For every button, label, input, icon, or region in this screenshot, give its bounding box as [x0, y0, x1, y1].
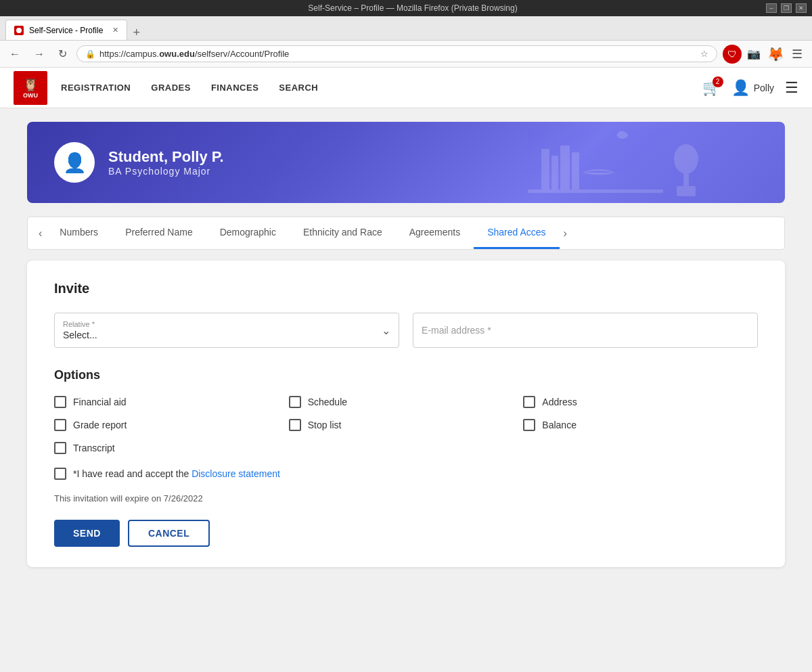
user-name-label: Polly: [754, 83, 774, 93]
tabs-right-arrow[interactable]: ›: [560, 219, 571, 248]
options-row-3: Transcript: [54, 442, 758, 454]
checkbox-grade-report[interactable]: [54, 419, 66, 431]
tab-title: Self-Service - Profile: [29, 26, 103, 35]
email-input[interactable]: [413, 313, 758, 348]
label-grade-report: Grade report: [73, 420, 127, 430]
relative-select[interactable]: Relative * Select... ⌄: [54, 313, 399, 348]
invite-title: Invite: [54, 281, 758, 296]
hamburger-menu-button[interactable]: ☰: [785, 79, 798, 97]
label-transcript: Transcript: [73, 443, 115, 453]
checkbox-schedule[interactable]: [289, 396, 301, 408]
svg-rect-4: [572, 152, 579, 189]
option-address: Address: [523, 396, 758, 408]
tab-shared-access[interactable]: Shared Acces: [474, 217, 559, 249]
close-button[interactable]: ✕: [796, 3, 807, 13]
label-schedule: Schedule: [308, 397, 347, 407]
nav-search[interactable]: SEARCH: [279, 83, 318, 93]
cart-button[interactable]: 🛒 2: [702, 79, 721, 97]
nav-finances[interactable]: FINANCES: [211, 83, 258, 93]
browser-titlebar: Self-Service – Profile — Mozilla Firefox…: [0, 0, 812, 16]
checkbox-transcript[interactable]: [54, 442, 66, 454]
app-logo: 🦉 OWU: [14, 71, 47, 105]
banner-student-major: BA Psychology Major: [108, 166, 224, 177]
cancel-button[interactable]: CANCEL: [128, 520, 210, 547]
tab-ethnicity-race[interactable]: Ethnicity and Race: [290, 217, 396, 249]
back-button[interactable]: ←: [5, 47, 24, 62]
disclosure-row: *I have read and accept the Disclosure s…: [54, 468, 758, 480]
reload-button[interactable]: ↻: [54, 46, 71, 62]
profile-tabs: ‹ Numbers Preferred Name Demographic Eth…: [27, 217, 785, 250]
forward-button[interactable]: →: [30, 47, 49, 62]
svg-rect-5: [528, 189, 663, 193]
options-row-1: Financial aid Schedule Address: [54, 396, 758, 408]
relative-field: Relative * Select... ⌄: [54, 313, 399, 348]
firefox-icon[interactable]: 🦊: [766, 45, 785, 64]
option-grade-report: Grade report: [54, 419, 289, 431]
address-bar[interactable]: 🔒 https://campus.owu.edu/selfserv/Accoun…: [76, 45, 717, 62]
browser-extension-icons: 🛡 📷 🦊 ☰: [723, 45, 807, 64]
options-title: Options: [54, 368, 758, 382]
checkbox-address[interactable]: [523, 396, 535, 408]
tab-agreements[interactable]: Agreements: [396, 217, 474, 249]
label-financial-aid: Financial aid: [73, 397, 127, 407]
checkbox-stop-list[interactable]: [289, 419, 301, 431]
main-nav: REGISTRATION GRADES FINANCES SEARCH: [61, 83, 702, 93]
disclosure-static-text: *I have read and accept the: [73, 468, 189, 479]
tab-close-button[interactable]: ✕: [112, 26, 118, 35]
option-placeholder-1: [289, 442, 524, 454]
restore-button[interactable]: ❐: [781, 3, 792, 13]
option-schedule: Schedule: [289, 396, 524, 408]
banner-info: Student, Polly P. BA Psychology Major: [108, 148, 224, 177]
user-icon: 👤: [731, 79, 750, 97]
tab-preferred-name[interactable]: Preferred Name: [112, 217, 206, 249]
nav-registration[interactable]: REGISTRATION: [61, 83, 131, 93]
option-stop-list: Stop list: [289, 419, 524, 431]
option-balance: Balance: [523, 419, 758, 431]
svg-rect-3: [560, 145, 570, 189]
option-financial-aid: Financial aid: [54, 396, 289, 408]
svg-rect-1: [541, 149, 549, 189]
tab-demographic[interactable]: Demographic: [206, 217, 290, 249]
checkbox-balance[interactable]: [523, 419, 535, 431]
action-buttons: SEND CANCEL: [54, 520, 758, 547]
active-tab[interactable]: Self-Service - Profile ✕: [5, 20, 127, 40]
email-field: [413, 313, 758, 348]
banner-student-name: Student, Polly P.: [108, 148, 224, 166]
page-content: 👤 Student, Polly P. BA Psychology Major: [0, 108, 812, 581]
expiry-text: This invitation will expire on 7/26/2022: [54, 493, 758, 503]
logo-text: OWU: [23, 92, 38, 99]
disclosure-link[interactable]: Disclosure statement: [191, 468, 280, 479]
app-header: 🦉 OWU REGISTRATION GRADES FINANCES SEARC…: [0, 68, 812, 108]
shield-icon[interactable]: 🛡: [723, 45, 742, 64]
header-right: 🛒 2 👤 Polly ☰: [702, 79, 798, 97]
new-tab-button[interactable]: +: [127, 26, 145, 40]
camera-icon[interactable]: 📷: [744, 45, 763, 64]
avatar: 👤: [54, 142, 95, 183]
lock-icon: 🔒: [85, 49, 95, 59]
window-controls[interactable]: – ❐ ✕: [766, 3, 807, 13]
relative-value: Select...: [63, 330, 390, 340]
svg-point-0: [16, 28, 22, 33]
options-grid: Financial aid Schedule Address Grade rep…: [54, 396, 758, 454]
option-transcript: Transcript: [54, 442, 289, 454]
tabs-left-arrow[interactable]: ‹: [35, 219, 46, 248]
checkbox-financial-aid[interactable]: [54, 396, 66, 408]
browser-tabbar: Self-Service - Profile ✕ +: [0, 16, 812, 41]
bookmark-icon[interactable]: ☆: [700, 49, 708, 59]
profile-banner: 👤 Student, Polly P. BA Psychology Major: [27, 122, 785, 203]
checkbox-disclosure[interactable]: [54, 468, 66, 480]
svg-point-7: [674, 144, 698, 174]
tab-numbers[interactable]: Numbers: [46, 217, 112, 249]
send-button[interactable]: SEND: [54, 520, 120, 547]
titlebar-title: Self-Service – Profile — Mozilla Firefox…: [60, 3, 766, 13]
minimize-button[interactable]: –: [766, 3, 777, 13]
main-card: Invite Relative * Select... ⌄ Options F: [27, 261, 785, 567]
user-button[interactable]: 👤 Polly: [731, 79, 774, 97]
url-text: https://campus.owu.edu/selfserv/Account/…: [99, 49, 696, 59]
banner-decoration: [474, 122, 744, 203]
option-placeholder-2: [523, 442, 758, 454]
nav-grades[interactable]: GRADES: [151, 83, 191, 93]
svg-rect-8: [677, 186, 696, 196]
menu-dots-icon[interactable]: ☰: [788, 45, 807, 64]
invite-form-row: Relative * Select... ⌄: [54, 313, 758, 348]
